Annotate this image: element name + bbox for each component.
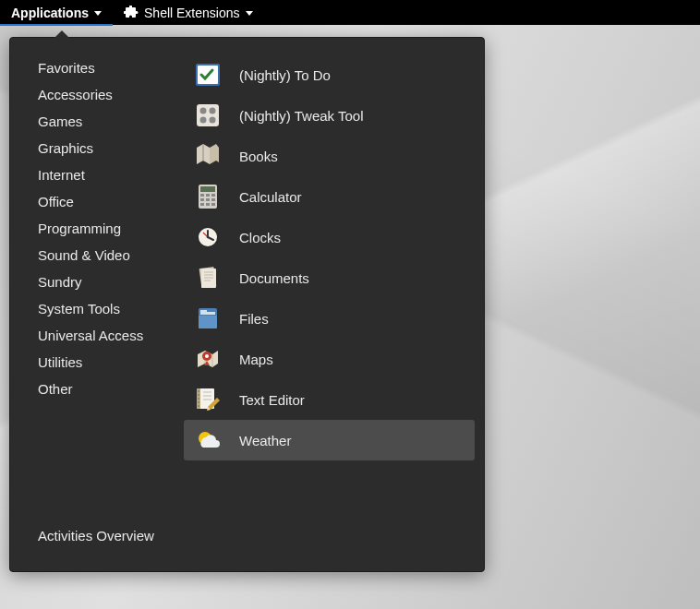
app-label: Calculator [239,189,302,205]
maps-icon [193,344,223,374]
category-item[interactable]: Favorites [10,54,175,81]
app-item[interactable]: Weather [184,420,475,460]
app-item[interactable]: (Nightly) Tweak Tool [184,95,475,136]
app-pane: (Nightly) To Do(Nightly) Tweak ToolBooks… [175,38,484,571]
activities-overview[interactable]: Activities Overview [10,519,175,560]
category-item[interactable]: Programming [10,215,175,242]
activities-label: Activities Overview [38,528,154,543]
chevron-down-icon [94,11,102,16]
app-item[interactable]: Books [184,136,475,176]
category-label: Games [38,113,82,129]
app-label: Weather [239,433,291,448]
app-label: Documents [239,270,309,286]
app-label: Text Editor [239,392,305,408]
category-label: Internet [38,167,85,183]
category-pane: FavoritesAccessoriesGamesGraphicsInterne… [10,38,175,571]
clocks-icon [193,222,223,252]
app-label: Maps [239,352,273,367]
puzzle-icon [124,6,139,20]
category-item[interactable]: Graphics [10,135,175,161]
category-item[interactable]: Other [10,376,175,402]
applications-menu-button[interactable]: Applications [0,1,113,26]
shell-extensions-label: Shell Extensions [144,6,240,20]
calculator-icon [193,182,223,211]
shell-extensions-button[interactable]: Shell Extensions [113,0,264,25]
menu-pointer [53,30,71,40]
app-item[interactable]: Calculator [184,176,475,217]
category-item[interactable]: Games [10,108,175,135]
category-label: Universal Access [38,328,143,343]
files-icon [193,304,223,333]
applications-label: Applications [11,6,89,20]
app-label: (Nightly) Tweak Tool [239,108,364,124]
app-item[interactable]: Documents [184,257,475,298]
weather-icon [193,425,223,455]
category-item[interactable]: System Tools [10,295,175,322]
category-label: System Tools [38,301,120,316]
documents-icon [193,263,223,293]
tweak-icon [193,101,223,130]
app-item[interactable]: Maps [184,339,475,379]
applications-menu: FavoritesAccessoriesGamesGraphicsInterne… [9,37,485,572]
chevron-down-icon [246,11,253,16]
todo-icon [193,60,223,90]
texteditor-icon [193,385,223,414]
category-label: Favorites [38,60,95,76]
category-label: Accessories [38,87,113,102]
category-label: Sound & Video [38,247,130,263]
category-label: Sundry [38,274,82,290]
category-label: Other [38,381,73,397]
top-bar: Applications Shell Extensions [0,0,700,25]
category-label: Utilities [38,354,82,370]
books-icon [193,141,223,171]
category-item[interactable]: Internet [10,161,175,188]
app-label: Files [239,311,269,327]
category-item[interactable]: Accessories [10,81,175,108]
category-item[interactable]: Office [10,188,175,215]
app-label: (Nightly) To Do [239,67,331,83]
app-item[interactable]: Text Editor [184,379,475,420]
app-item[interactable]: (Nightly) To Do [184,54,475,95]
category-item[interactable]: Universal Access [10,322,175,349]
app-item[interactable]: Clocks [184,217,475,257]
app-item[interactable]: Files [184,298,475,339]
category-label: Programming [38,221,121,236]
app-label: Books [239,149,278,164]
category-label: Graphics [38,140,93,156]
category-label: Office [38,194,74,209]
category-item[interactable]: Sound & Video [10,242,175,269]
category-item[interactable]: Utilities [10,349,175,376]
app-label: Clocks [239,230,281,245]
category-item[interactable]: Sundry [10,269,175,295]
